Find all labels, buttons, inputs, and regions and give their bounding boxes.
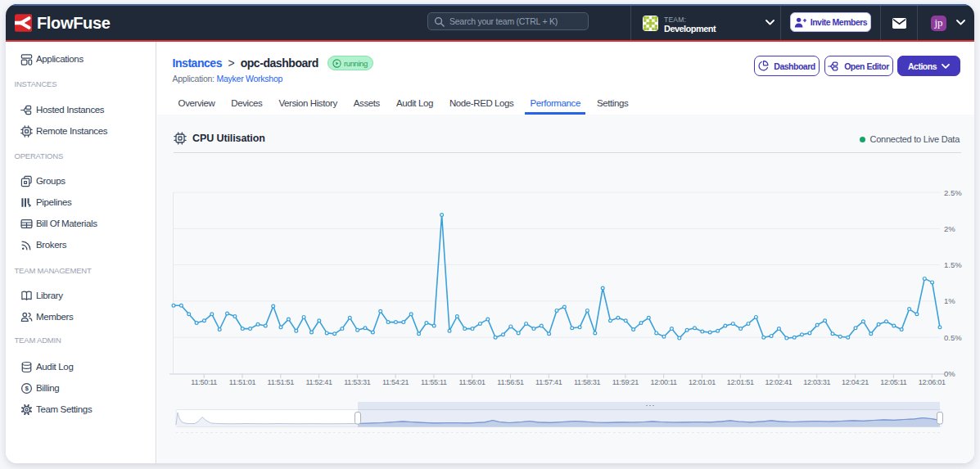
svg-text:1%: 1%	[944, 296, 955, 305]
svg-text:0%: 0%	[944, 369, 955, 378]
svg-text:11:51:01: 11:51:01	[229, 378, 256, 386]
svg-text:11:51:51: 11:51:51	[268, 378, 295, 386]
svg-text:11:56:51: 11:56:51	[497, 378, 524, 386]
svg-text:11:55:11: 11:55:11	[421, 378, 447, 386]
svg-text:0.5%: 0.5%	[944, 333, 962, 342]
svg-text:2.5%: 2.5%	[944, 188, 962, 197]
svg-text:11:57:41: 11:57:41	[535, 378, 562, 386]
svg-text:12:00:11: 12:00:11	[651, 378, 678, 386]
svg-text:12:03:31: 12:03:31	[803, 378, 830, 386]
svg-text:12:01:01: 12:01:01	[689, 378, 716, 386]
svg-text:11:59:21: 11:59:21	[612, 378, 639, 386]
svg-text:1.5%: 1.5%	[944, 260, 962, 269]
svg-text:12:06:01: 12:06:01	[919, 378, 946, 386]
svg-text:11:50:11: 11:50:11	[191, 378, 217, 386]
svg-text:12:05:11: 12:05:11	[880, 378, 907, 386]
svg-text:12:04:21: 12:04:21	[842, 378, 869, 386]
svg-text:11:54:21: 11:54:21	[382, 378, 409, 386]
svg-text:2%: 2%	[944, 224, 955, 233]
svg-text:12:01:51: 12:01:51	[727, 378, 754, 386]
svg-text:11:52:41: 11:52:41	[305, 378, 332, 386]
svg-text:11:53:31: 11:53:31	[344, 378, 371, 386]
svg-text:$: $	[25, 385, 29, 392]
svg-text:11:58:31: 11:58:31	[574, 378, 601, 386]
svg-text:11:56:01: 11:56:01	[459, 378, 486, 386]
svg-text:12:02:41: 12:02:41	[765, 378, 793, 386]
